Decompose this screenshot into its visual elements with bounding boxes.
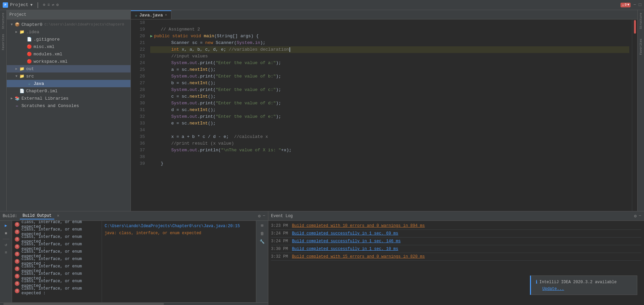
log-link-1[interactable]: Build completed with 10 errors and 0 war… xyxy=(292,223,425,228)
build-btn-play[interactable]: ▶ xyxy=(3,222,9,229)
tab-java[interactable]: ☕ Java.java × xyxy=(131,10,171,19)
build-details: C:\Users\Lando\IdeaProjects\Chapter0\src… xyxy=(102,221,256,302)
nav-icon-list[interactable]: ≡ xyxy=(47,3,50,7)
tree-item-chapter0iml[interactable]: 📄 Chapter0.iml xyxy=(7,87,130,95)
code-line-25: a = sc.nextInt(); xyxy=(150,66,629,73)
build-detail-path-container: C:\Users\Lando\IdeaProjects\Chapter0\src… xyxy=(105,222,253,230)
code-line-39: } xyxy=(150,160,629,167)
log-link-3[interactable]: Build completed successfully in 1 sec. 1… xyxy=(292,239,400,244)
log-link-4[interactable]: Build completed successfully in 1 sec. 1… xyxy=(292,247,398,251)
event-log-settings-icon[interactable]: ⚙ xyxy=(634,213,637,219)
code-line-30: System.out.print("Enter the value of d:"… xyxy=(150,100,629,107)
line-num-30: 30 xyxy=(131,100,145,107)
build-action-3[interactable]: 🔧 xyxy=(259,238,266,245)
code-area[interactable]: // Assignment 2 ▶ public static void mai… xyxy=(148,19,632,211)
build-output-tab[interactable]: Build Output xyxy=(20,213,54,219)
tree-item-workspace[interactable]: 🔴 workspace.xml xyxy=(7,58,130,65)
log-link-5[interactable]: Build completed with 15 errors and 0 war… xyxy=(292,254,425,259)
build-btn-rerun[interactable]: ↺ xyxy=(3,241,9,248)
icon-src: 📁 xyxy=(19,73,25,79)
log-item-3: 3:24 PM Build completed successfully in … xyxy=(271,238,641,245)
code-line-18 xyxy=(150,19,629,26)
build-btn-stop[interactable]: ■ xyxy=(3,230,9,237)
tab-close-java[interactable]: × xyxy=(165,13,167,17)
window-maximize[interactable]: □ xyxy=(639,2,641,7)
run-arrow-20[interactable]: ▶ xyxy=(150,33,153,40)
build-action-1[interactable]: ⊞ xyxy=(259,222,266,229)
icon-modules: 🔴 xyxy=(26,51,32,57)
info-icon: ℹ xyxy=(536,279,537,285)
tree-item-gitignore[interactable]: 📄 .gitignore xyxy=(7,36,130,43)
line-num-33: 33 xyxy=(131,120,145,127)
label-modules: modules.xml xyxy=(34,52,62,57)
caret-down: ▼ xyxy=(627,3,629,7)
line-num-38: 38 xyxy=(131,154,145,160)
tree-item-java[interactable]: ☕ Java xyxy=(7,80,130,87)
build-hscrollbar-thumb[interactable] xyxy=(3,303,164,305)
arrow-idea[interactable]: ▶ xyxy=(14,30,19,34)
error-dot-3: ! xyxy=(15,237,19,242)
code-line-26: System.out.print("Enter the value of b:"… xyxy=(150,73,629,80)
build-content: ▶ ■ ↺ ≡ ! class, interface, or enum expe… xyxy=(0,221,268,302)
label-scratches: Scratches and Consoles xyxy=(21,103,79,108)
error-dot-9: ! xyxy=(15,281,19,286)
tab-java-icon: ☕ xyxy=(135,13,137,18)
error-dot-6: ! xyxy=(15,259,19,264)
tree-item-modules[interactable]: 🔴 modules.xml xyxy=(7,50,130,58)
right-icon-structure[interactable]: Structure xyxy=(639,13,643,29)
project-tree: ▼ 📦 Chapter0 C:\Users\lando\IdeaProjects… xyxy=(7,19,130,211)
build-tab-close[interactable]: × xyxy=(57,214,59,218)
window-minimize[interactable]: − xyxy=(633,2,636,7)
left-icon-structure[interactable]: Structure xyxy=(1,11,6,31)
tree-item-extlibs[interactable]: ▶ 📚 External Libraries xyxy=(7,95,130,102)
line-num-27: 27 xyxy=(131,80,145,87)
line-num-25: 25 xyxy=(131,66,145,73)
left-icon-favorites[interactable]: Favorites xyxy=(1,33,6,52)
arrow-out[interactable]: ▶ xyxy=(14,67,19,71)
nav-icon-split[interactable]: ⇌ xyxy=(52,2,54,7)
line-num-20: 20 xyxy=(131,33,145,40)
code-line-38 xyxy=(150,154,629,160)
line-num-29: 29 xyxy=(131,93,145,100)
build-detail-path[interactable]: C:\Users\Lando\IdeaProjects\Chapter0\src… xyxy=(105,224,240,228)
tree-item-idea[interactable]: ▶ 📁 .idea xyxy=(7,28,130,36)
arrow-src[interactable]: ▼ xyxy=(14,74,19,78)
code-line-33: e = sc.nextInt(); xyxy=(150,120,629,127)
code-line-32: System.out.print("Enter the value of e:"… xyxy=(150,113,629,120)
log-item-4: 3:30 PM Build completed successfully in … xyxy=(271,245,641,253)
build-action-2[interactable]: 🗑 xyxy=(259,230,266,237)
tree-item-src[interactable]: ▼ 📁 src xyxy=(7,72,130,80)
error-scroll-marker xyxy=(634,20,636,34)
error-badge[interactable]: ⚠ 9 ▼ xyxy=(621,3,631,7)
update-link[interactable]: Update... xyxy=(542,287,564,291)
label-out: out xyxy=(26,66,34,71)
cursor xyxy=(289,47,290,52)
log-link-2[interactable]: Build completed successfully in 1 sec. 6… xyxy=(292,231,398,236)
path-chapter0: C:\Users\lando\IdeaProjects\Chapter0 xyxy=(44,22,124,27)
nav-icon-settings[interactable]: ⚙ xyxy=(56,2,59,7)
build-settings-icon[interactable]: ⚙ xyxy=(258,213,261,219)
build-hscrollbar[interactable] xyxy=(0,302,268,305)
icon-gitignore: 📄 xyxy=(26,36,32,42)
icon-extlibs: 📚 xyxy=(14,95,20,101)
error-count: 9 xyxy=(625,3,627,7)
line-num-35: 35 xyxy=(131,134,145,140)
tree-item-chapter0[interactable]: ▼ 📦 Chapter0 C:\Users\lando\IdeaProjects… xyxy=(7,21,130,28)
arrow-extlibs[interactable]: ▶ xyxy=(9,96,14,100)
project-dropdown-icon[interactable]: ▼ xyxy=(31,3,33,7)
right-icon-favorites[interactable]: Favorites xyxy=(639,39,643,55)
arrow-chapter0[interactable]: ▼ xyxy=(9,23,14,27)
project-panel-header: Project xyxy=(7,10,130,19)
build-minimize-icon[interactable]: − xyxy=(263,213,265,219)
error-item-10[interactable]: ! class, interface, or enum expected : xyxy=(12,287,102,295)
line-num-21: 21 xyxy=(131,40,145,46)
tree-item-out[interactable]: ▶ 📁 out xyxy=(7,65,130,72)
tree-item-misc[interactable]: 🔴 misc.xml xyxy=(7,43,130,50)
event-log-minimize-icon[interactable]: − xyxy=(639,213,641,219)
line-num-22: 22 xyxy=(131,46,145,53)
build-btn-filter[interactable]: ≡ xyxy=(3,249,9,256)
label-java: Java xyxy=(34,81,44,86)
tree-item-scratches[interactable]: ✏ Scratches and Consoles xyxy=(7,102,130,109)
nav-icon-globe[interactable]: ⊕ xyxy=(43,2,45,7)
event-log-header: Event Log ⚙ − xyxy=(268,211,644,221)
